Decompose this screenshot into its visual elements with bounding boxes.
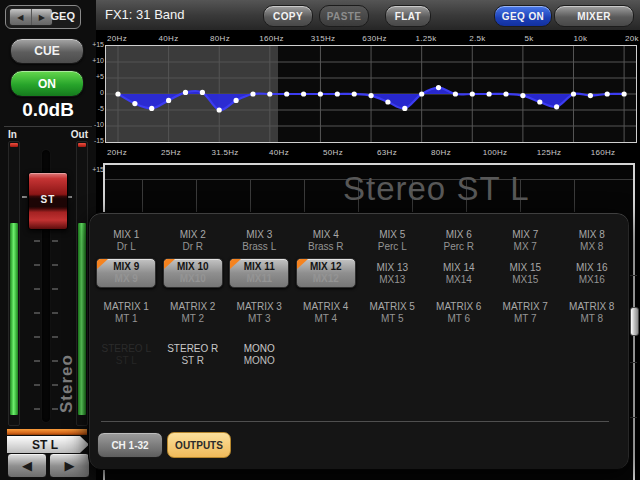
channel-select-popup: MIX 1Dr LMIX 2Dr RMIX 3Brass LMIX 4Brass…: [88, 212, 630, 470]
select-stereo-r[interactable]: STEREO RST R: [160, 343, 227, 367]
popup-divider: [101, 421, 609, 422]
select-mix-9[interactable]: MIX 9MX 9: [93, 258, 160, 288]
header-bar: FX1: 31 Band COPY PASTE FLAT GEQ ON MIXE…: [96, 0, 640, 31]
assigned-bus-button[interactable]: MIX 10MX10: [163, 258, 223, 288]
select-matrix-4[interactable]: MATRIX 4MT 4: [293, 301, 360, 325]
bus-name-label: MX 7: [492, 241, 559, 253]
tab-ch-1-32[interactable]: CH 1-32: [97, 432, 163, 458]
copy-button[interactable]: COPY: [263, 5, 313, 27]
fader-scale-mark: [34, 408, 40, 410]
select-matrix-7[interactable]: MATRIX 7MT 7: [492, 301, 559, 325]
select-matrix-8[interactable]: MATRIX 8MT 8: [559, 301, 626, 325]
assigned-bus-button[interactable]: MIX 12MX12: [296, 258, 356, 288]
select-mix-15[interactable]: MIX 15MX15: [492, 258, 559, 288]
freq-tick-label: 315Hz: [311, 34, 336, 43]
fader-scale-mark: [34, 288, 40, 290]
fader-zero-mark: [22, 196, 27, 198]
next-channel-button[interactable]: ▶: [49, 453, 90, 478]
select-mix-8[interactable]: MIX 8MX 8: [559, 229, 626, 253]
meter-level-segment: [10, 223, 18, 415]
select-matrix-6[interactable]: MATRIX 6MT 6: [426, 301, 493, 325]
bus-name-label: MT 1: [93, 313, 160, 325]
bus-id-label: MIX 14: [426, 262, 493, 274]
select-matrix-2[interactable]: MATRIX 2MT 2: [160, 301, 227, 325]
paste-button[interactable]: PASTE: [319, 5, 369, 27]
scrollbar-thumb[interactable]: [630, 307, 639, 336]
freq-tick-label: 80Hz: [210, 34, 230, 43]
meter-peak-segment: [10, 143, 18, 147]
on-button[interactable]: ON: [10, 70, 84, 97]
bus-id-label: MATRIX 1: [93, 301, 160, 313]
previous-channel-button[interactable]: ◀: [7, 453, 47, 478]
bus-name-label: Dr L: [93, 241, 160, 253]
select-mono[interactable]: MONOMONO: [226, 343, 293, 367]
select-mix-10[interactable]: MIX 10MX10: [160, 258, 227, 288]
freq-tick-label: 20Hz: [107, 34, 127, 43]
select-mix-11[interactable]: MIX 11MX11: [226, 258, 293, 288]
eq-curve-plot: [106, 46, 636, 142]
geq-prev-button[interactable]: ◀: [10, 9, 32, 25]
bus-id-label: MATRIX 6: [426, 301, 493, 313]
geq-screen: ◀ ▶ GEQ CUE ON 0.0dB In Out ST Stereo ST…: [0, 0, 640, 480]
channel-name-tag[interactable]: ST L: [7, 436, 89, 453]
freq-tick-label: 20Hz: [107, 148, 127, 157]
popup-row: MIX 1Dr LMIX 2Dr RMIX 3Brass LMIX 4Brass…: [93, 229, 625, 253]
bus-id-label: MIX 8: [559, 229, 626, 241]
flat-button[interactable]: FLAT: [385, 5, 431, 27]
channel-sidebar: ◀ ▶ GEQ CUE ON 0.0dB In Out ST Stereo ST…: [0, 0, 96, 480]
freq-tick-label: 80Hz: [431, 148, 451, 157]
bus-name-label: Brass R: [293, 241, 360, 253]
freq-tick-label: 20k: [625, 34, 639, 43]
bus-id-label: MATRIX 2: [160, 301, 227, 313]
fader-scale-mark: [34, 384, 40, 386]
select-matrix-5[interactable]: MATRIX 5MT 5: [359, 301, 426, 325]
bus-name-label: MT 6: [426, 313, 493, 325]
detail-db-top-label: +15: [88, 166, 104, 173]
cue-button[interactable]: CUE: [10, 38, 84, 64]
select-mix-4[interactable]: MIX 4Brass R: [293, 229, 360, 253]
select-mix-14[interactable]: MIX 14MX14: [426, 258, 493, 288]
select-mix-12[interactable]: MIX 12MX12: [293, 258, 360, 288]
bus-name-label: MONO: [226, 355, 293, 367]
popup-row: STEREO LST LSTEREO RST RMONOMONO: [93, 343, 625, 367]
assigned-bus-button[interactable]: MIX 11MX11: [229, 258, 289, 288]
select-mix-5[interactable]: MIX 5Perc L: [359, 229, 426, 253]
bus-name-label: Dr R: [160, 241, 227, 253]
select-mix-1[interactable]: MIX 1Dr L: [93, 229, 160, 253]
assigned-bus-button[interactable]: MIX 9MX 9: [96, 258, 156, 288]
tab-outputs[interactable]: OUTPUTS: [167, 432, 231, 458]
geq-on-button[interactable]: GEQ ON: [494, 5, 552, 27]
db-tick-label: -5: [88, 105, 104, 112]
geq-nav-buttons: ◀ ▶: [9, 8, 53, 26]
selected-corner-indicator: [164, 259, 175, 269]
bus-id-label: MIX 6: [426, 229, 493, 241]
mixer-button[interactable]: MIXER: [554, 5, 634, 27]
channel-fader-handle[interactable]: ST: [28, 172, 68, 230]
select-matrix-1[interactable]: MATRIX 1MT 1: [93, 301, 160, 325]
output-level-meter: [76, 141, 88, 426]
fader-scale-mark: [34, 312, 40, 314]
geq-nav-control: ◀ ▶ GEQ: [5, 5, 81, 29]
bus-name-label: MX13: [359, 274, 426, 286]
bus-id-label: MIX 13: [359, 262, 426, 274]
popup-row: MIX 9MX 9MIX 10MX10MIX 11MX11MIX 12MX12M…: [93, 258, 625, 288]
geq-next-button[interactable]: ▶: [32, 9, 53, 25]
freq-tick-label: 40Hz: [159, 34, 179, 43]
select-mix-3[interactable]: MIX 3Brass L: [226, 229, 293, 253]
select-mix-6[interactable]: MIX 6Perc R: [426, 229, 493, 253]
select-matrix-3[interactable]: MATRIX 3MT 3: [226, 301, 293, 325]
fader-gain-readout: 0.0dB: [0, 99, 96, 121]
channel-watermark-text: Stereo ST L: [343, 170, 530, 208]
select-mix-13[interactable]: MIX 13MX13: [359, 258, 426, 288]
select-mix-7[interactable]: MIX 7MX 7: [492, 229, 559, 253]
select-mix-16[interactable]: MIX 16MX16: [559, 258, 626, 288]
freq-tick-label: 1.25k: [415, 34, 436, 43]
db-tick-label: -10: [88, 121, 104, 128]
geq-overview-graph[interactable]: [105, 45, 637, 143]
select-mix-2[interactable]: MIX 2Dr R: [160, 229, 227, 253]
freq-tick-label: 2.5k: [469, 34, 485, 43]
bus-name-label: MX11: [230, 273, 288, 285]
select-stereo-l[interactable]: STEREO LST L: [93, 343, 160, 367]
freq-tick-label: 160Hz: [591, 148, 616, 157]
bus-name-label: MT 5: [359, 313, 426, 325]
